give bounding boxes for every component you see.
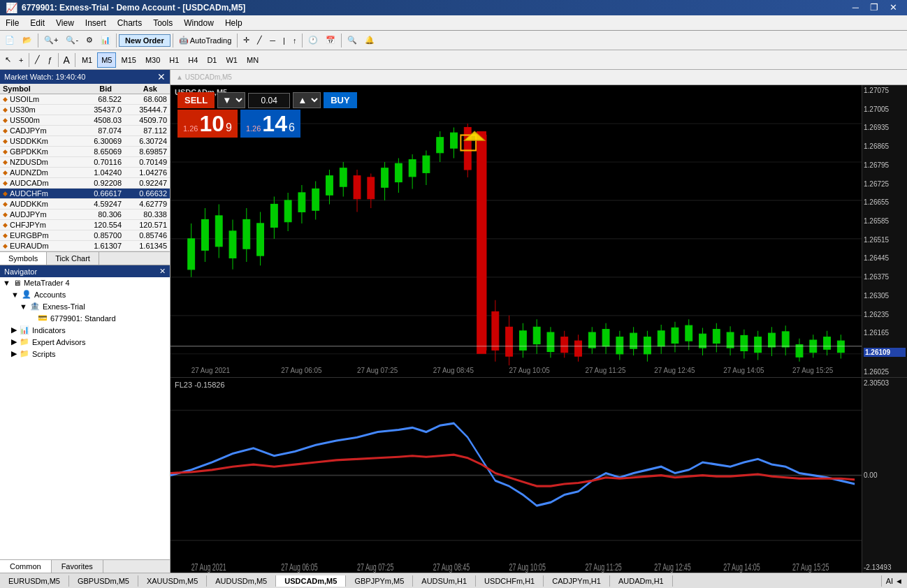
mw-row-usoilm[interactable]: ◆ USOILm 68.522 68.608 xyxy=(0,94,170,105)
nav-accounts[interactable]: ▼ 👤 Accounts xyxy=(0,288,170,300)
menu-charts[interactable]: Charts xyxy=(112,15,147,31)
menu-file[interactable]: File xyxy=(0,15,24,31)
draw-line-button[interactable]: ╱ xyxy=(31,52,43,68)
mw-row-us30m[interactable]: ◆ US30m 35437.0 35444.7 xyxy=(0,105,170,115)
nav-expand-ea[interactable]: ▶ xyxy=(11,337,17,346)
price-2: 1.27005 xyxy=(864,105,906,113)
arrow-button[interactable]: ↑ xyxy=(289,33,300,48)
tf-m15[interactable]: M15 xyxy=(117,52,140,68)
tf-w1[interactable]: W1 xyxy=(222,52,242,68)
search-button[interactable]: 🔍 xyxy=(344,33,361,48)
fib-button[interactable]: ƒ xyxy=(44,52,55,68)
tab-xauusdm5[interactable]: XAUUSDm,M5 xyxy=(138,575,207,587)
nav-metatrader4[interactable]: ▼ 🖥 MetaTrader 4 xyxy=(0,277,170,288)
nav-indicators[interactable]: ▶ 📊 Indicators xyxy=(0,324,170,336)
nav-expert-advisors[interactable]: ▶ 📁 Expert Advisors xyxy=(0,336,170,348)
minimize-button[interactable]: ─ xyxy=(848,0,863,15)
main-layout: Market Watch: 19:40:40 ✕ Symbol Bid Ask … xyxy=(0,70,907,573)
tab-audusdm5[interactable]: AUDUSDm,M5 xyxy=(207,575,276,587)
sell-button[interactable]: SELL xyxy=(177,92,215,108)
indicators-button[interactable]: 📊 xyxy=(97,33,114,48)
menu-help[interactable]: Help xyxy=(219,15,248,31)
open-button[interactable]: 📂 xyxy=(19,33,36,48)
tab-tick-chart[interactable]: Tick Chart xyxy=(47,252,99,265)
tf-m1[interactable]: M1 xyxy=(78,52,96,68)
tab-usdcadm5[interactable]: USDCADm,M5 xyxy=(276,575,346,587)
tab-usdchfmh1[interactable]: USDCHFm,H1 xyxy=(476,575,544,587)
bid-value: 120.554 xyxy=(73,221,122,229)
indicator-label: FL23 -0.15826 xyxy=(175,381,225,389)
nav-expand-accounts[interactable]: ▼ xyxy=(11,291,19,299)
tab-symbols[interactable]: Symbols xyxy=(0,252,47,265)
mw-row-nzdusdm[interactable]: ◆ NZDUSDm 0.70116 0.70149 xyxy=(0,157,170,168)
new-order-button[interactable]: New Order xyxy=(119,34,170,47)
tab-arrow-right[interactable]: AI ◄ xyxy=(881,575,907,587)
chart-container[interactable]: USDCADm,M5 SELL ▼ ▲ BUY 1.26 10 xyxy=(170,85,907,573)
mw-row-chfjpym[interactable]: ◆ CHFJPYm 120.554 120.571 xyxy=(0,220,170,230)
tf-h4[interactable]: H4 xyxy=(184,52,202,68)
lot-type-select[interactable]: ▲ xyxy=(293,92,321,108)
clock-button[interactable]: 🕐 xyxy=(305,33,321,48)
mw-row-gbpdkkm[interactable]: ◆ GBPDKKm 8.65069 8.69857 xyxy=(0,147,170,157)
restore-button[interactable]: ❐ xyxy=(866,0,883,15)
cursor-button[interactable]: ↖ xyxy=(1,52,15,68)
nav-expand-scripts[interactable]: ▶ xyxy=(11,349,17,358)
mw-row-audjpym[interactable]: ◆ AUDJPYm 80.306 80.338 xyxy=(0,210,170,220)
crosshair2-button[interactable]: + xyxy=(15,52,27,68)
buy-button[interactable]: BUY xyxy=(324,92,356,108)
mw-row-audnzdm[interactable]: ◆ AUDNZDm 1.04240 1.04276 xyxy=(0,168,170,178)
menu-window[interactable]: Window xyxy=(178,15,219,31)
mw-row-audchfm[interactable]: ◆ AUDCHFm 0.66617 0.66632 xyxy=(0,189,170,199)
mw-row-cadjpym[interactable]: ◆ CADJPYm 87.074 87.112 xyxy=(0,126,170,136)
nav-tab-common[interactable]: Common xyxy=(0,560,52,573)
menu-insert[interactable]: Insert xyxy=(80,15,112,31)
tab-cadjpymh1[interactable]: CADJPYm,H1 xyxy=(544,575,610,587)
nav-scripts[interactable]: ▶ 📁 Scripts xyxy=(0,348,170,360)
lot-input[interactable] xyxy=(248,93,290,108)
price-1: 1.27075 xyxy=(864,87,906,94)
tab-audsdmh1[interactable]: AUDSUm,H1 xyxy=(413,575,476,587)
zoom-in-button[interactable]: 🔍+ xyxy=(41,33,61,48)
tf-d1[interactable]: D1 xyxy=(203,52,221,68)
nav-expand-root[interactable]: ▼ xyxy=(3,279,10,287)
vline-button[interactable]: | xyxy=(280,33,289,48)
tf-mn[interactable]: MN xyxy=(242,52,263,68)
close-button[interactable]: ✕ xyxy=(885,0,901,15)
properties-button[interactable]: ⚙ xyxy=(82,33,96,48)
tf-h1[interactable]: H1 xyxy=(165,52,183,68)
tab-eurusdm5[interactable]: EURUSDm,M5 xyxy=(0,575,69,587)
zoom-out-button[interactable]: 🔍- xyxy=(62,33,82,48)
mw-row-euraudm[interactable]: ◆ EURAUDm 1.61307 1.61345 xyxy=(0,241,170,251)
notification-button[interactable]: 🔔 xyxy=(361,33,378,48)
tab-audadmh1[interactable]: AUDADm,H1 xyxy=(610,575,673,587)
order-type-select[interactable]: ▼ xyxy=(217,92,245,108)
menu-edit[interactable]: Edit xyxy=(24,15,50,31)
auto-trading-button[interactable]: 🤖 AutoTrading xyxy=(175,33,235,48)
hline-button[interactable]: ─ xyxy=(266,33,279,48)
svg-rect-42 xyxy=(423,156,430,172)
nav-tab-favorites[interactable]: Favorites xyxy=(52,560,103,573)
mw-row-auddkkm[interactable]: ◆ AUDDKKm 4.59247 4.62779 xyxy=(0,199,170,210)
tab-gbpjpym5[interactable]: GBPJPYm,M5 xyxy=(346,575,413,587)
indicator-scale: 2.30503 0.00 -2.13493 xyxy=(862,378,907,573)
nav-expand-indicators[interactable]: ▶ xyxy=(11,325,17,335)
new-chart-button[interactable]: 📄 xyxy=(1,33,18,48)
menu-view[interactable]: View xyxy=(50,15,80,31)
nav-expand-broker[interactable]: ▼ xyxy=(20,302,27,311)
crosshair-button[interactable]: ✛ xyxy=(240,33,253,48)
calendar-button[interactable]: 📅 xyxy=(322,33,339,48)
menu-tools[interactable]: Tools xyxy=(147,15,178,31)
market-watch-close[interactable]: ✕ xyxy=(157,71,166,82)
tab-gbpusdm5[interactable]: GBPUSDm,M5 xyxy=(69,575,138,587)
tf-m5[interactable]: M5 xyxy=(97,52,116,68)
mw-row-us500m[interactable]: ◆ US500m 4508.03 4509.70 xyxy=(0,115,170,126)
line-button[interactable]: ╱ xyxy=(254,33,266,48)
svg-rect-79 xyxy=(672,328,679,343)
mw-row-usddkkm[interactable]: ◆ USDDKKm 6.30069 6.30724 xyxy=(0,136,170,147)
nav-exness-trial[interactable]: ▼ 🏦 Exness-Trial xyxy=(0,300,170,312)
nav-account-standard[interactable]: 💳 6779901: Standard xyxy=(0,312,170,324)
navigator-close[interactable]: ✕ xyxy=(159,267,166,276)
mw-row-eurgbpm[interactable]: ◆ EURGBPm 0.85700 0.85746 xyxy=(0,230,170,241)
tf-m30[interactable]: M30 xyxy=(141,52,164,68)
mw-row-audcadm[interactable]: ◆ AUDCADm 0.92208 0.92247 xyxy=(0,178,170,189)
